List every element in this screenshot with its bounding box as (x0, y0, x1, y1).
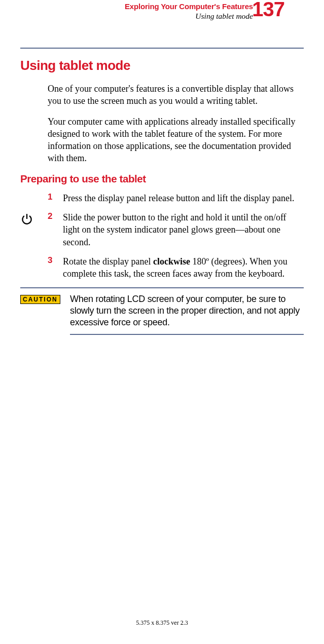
divider-caution-top (20, 287, 304, 288)
step-text-pre: Rotate the display panel (63, 256, 153, 267)
intro-paragraph-1: One of your computer's features is a con… (48, 83, 304, 107)
power-icon (20, 212, 33, 228)
step-row: 1 Press the display panel release button… (20, 192, 304, 204)
caution-text: When rotating LCD screen of your compute… (70, 293, 304, 329)
intro-paragraph-2: Your computer came with applications alr… (48, 116, 304, 165)
step-text: Slide the power button to the right and … (63, 211, 304, 248)
step-text-bold: clockwise (153, 256, 190, 267)
divider-top (20, 48, 304, 49)
header-section-title: Using tablet mode (125, 12, 253, 21)
heading-preparing-to-use-tablet: Preparing to use the tablet (20, 173, 304, 185)
page-header: Exploring Your Computer's Features Using… (20, 0, 304, 28)
step-row: 2 Slide the power button to the right an… (20, 211, 304, 248)
step-number: 3 (48, 255, 63, 266)
divider-caution-bottom (70, 334, 304, 335)
step-text: Rotate the display panel clockwise 180º … (63, 255, 304, 280)
page-number: 137 (252, 0, 284, 21)
step-number: 2 (48, 211, 63, 221)
caution-block: CAUTION When rotating LCD screen of your… (20, 293, 304, 329)
heading-using-tablet-mode: Using tablet mode (20, 58, 304, 73)
step-row: 3 Rotate the display panel clockwise 180… (20, 255, 304, 280)
step-text: Press the display panel release button a… (63, 192, 304, 204)
caution-badge: CAUTION (20, 295, 60, 304)
footer-text: 5.375 x 8.375 ver 2.3 (0, 619, 324, 627)
chapter-title: Exploring Your Computer's Features (125, 2, 253, 11)
step-number: 1 (48, 192, 63, 202)
